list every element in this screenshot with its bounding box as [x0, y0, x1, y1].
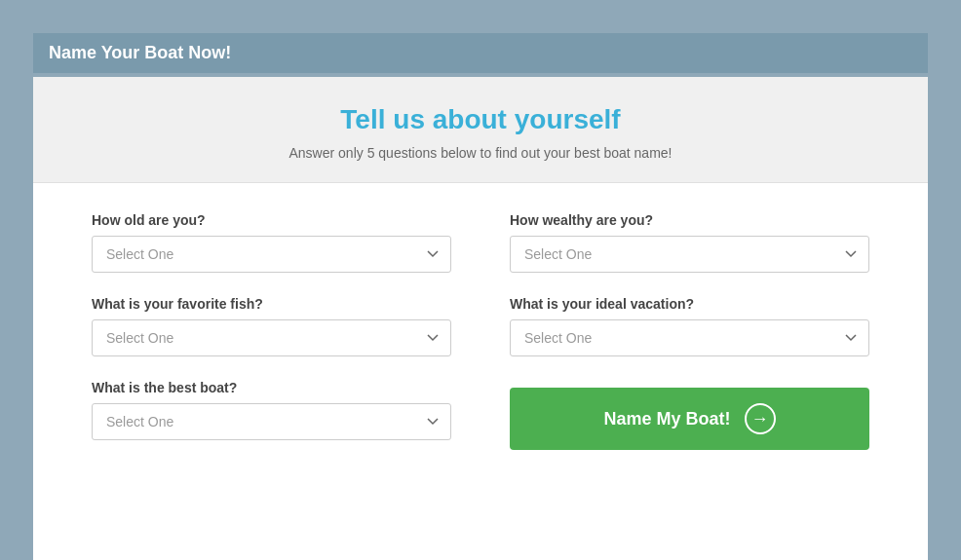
label-wealth: How wealthy are you? — [510, 212, 869, 228]
form-group-wealth: How wealthy are you? Select One — [510, 212, 869, 273]
hero-subtitle: Answer only 5 questions below to find ou… — [53, 145, 908, 161]
select-fish[interactable]: Select One — [92, 319, 451, 356]
right-column: How wealthy are you? Select One What is … — [510, 212, 869, 473]
hero-section: Tell us about yourself Answer only 5 que… — [33, 77, 928, 183]
submit-button[interactable]: Name My Boat! → — [510, 388, 869, 450]
main-card: Tell us about yourself Answer only 5 que… — [33, 77, 928, 560]
form-group-vacation: What is your ideal vacation? Select One — [510, 296, 869, 356]
form-group-submit: Name My Boat! → — [510, 380, 869, 450]
label-age: How old are you? — [92, 212, 451, 228]
hero-title: Tell us about yourself — [53, 104, 908, 135]
form-group-age: How old are you? Select One — [92, 212, 451, 273]
select-boat[interactable]: Select One — [92, 403, 451, 440]
form-grid: How old are you? Select One What is your… — [92, 212, 869, 473]
label-fish: What is your favorite fish? — [92, 296, 451, 312]
app-container: Name Your Boat Now! Tell us about yourse… — [19, 19, 942, 560]
select-vacation[interactable]: Select One — [510, 319, 869, 356]
label-boat: What is the best boat? — [92, 380, 451, 395]
form-group-fish: What is your favorite fish? Select One — [92, 296, 451, 356]
form-section: How old are you? Select One What is your… — [33, 183, 928, 560]
select-age[interactable]: Select One — [92, 236, 451, 273]
submit-label: Name My Boat! — [603, 409, 730, 429]
form-group-boat: What is the best boat? Select One — [92, 380, 451, 440]
arrow-icon: → — [745, 403, 776, 434]
select-wealth[interactable]: Select One — [510, 236, 869, 273]
window-title: Name Your Boat Now! — [49, 43, 231, 62]
window-title-bar: Name Your Boat Now! — [33, 33, 928, 73]
label-vacation: What is your ideal vacation? — [510, 296, 869, 312]
left-column: How old are you? Select One What is your… — [92, 212, 451, 473]
